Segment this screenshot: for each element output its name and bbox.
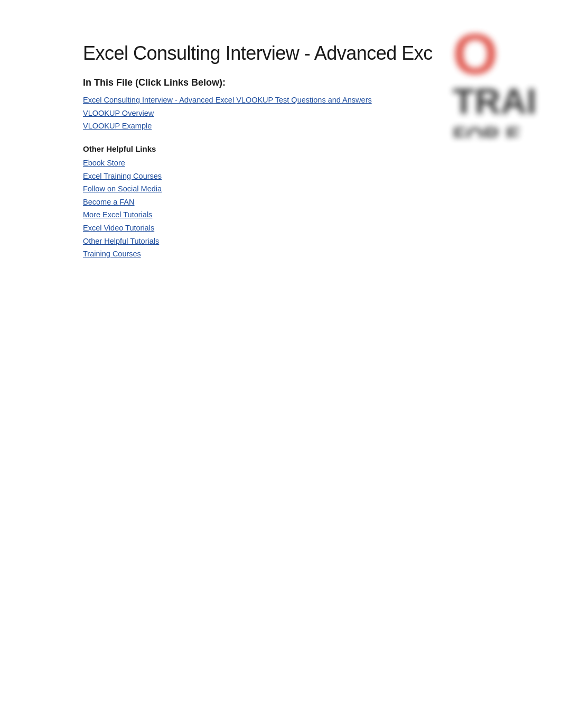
helpful-links-list: Ebook Store Excel Training Courses Follo…	[83, 156, 561, 261]
other-helpful-links-section: Other Helpful Links Ebook Store Excel Tr…	[83, 144, 561, 261]
svg-text:O: O	[453, 32, 498, 86]
link-other-helpful-tutorials[interactable]: Other Helpful Tutorials	[83, 235, 159, 248]
link-training-courses[interactable]: Training Courses	[83, 247, 141, 261]
link-excel-training-courses[interactable]: Excel Training Courses	[83, 170, 162, 183]
link-vlookup-test[interactable]: Excel Consulting Interview - Advanced Ex…	[83, 94, 372, 107]
link-vlookup-example[interactable]: VLOOKUP Example	[83, 119, 152, 133]
main-content: O TRAI FOR E Excel Consulting Interview …	[0, 0, 561, 261]
svg-text:TRAI: TRAI	[453, 81, 537, 121]
svg-text:FOR E: FOR E	[453, 123, 520, 137]
link-more-excel-tutorials[interactable]: More Excel Tutorials	[83, 208, 152, 222]
link-follow-social-media[interactable]: Follow on Social Media	[83, 182, 162, 196]
link-ebook-store[interactable]: Ebook Store	[83, 156, 125, 170]
logo-container: O TRAI FOR E	[450, 32, 561, 137]
link-vlookup-overview[interactable]: VLOOKUP Overview	[83, 107, 154, 120]
other-helpful-links-heading: Other Helpful Links	[83, 144, 561, 153]
link-excel-video-tutorials[interactable]: Excel Video Tutorials	[83, 222, 154, 235]
link-become-fan[interactable]: Become a FAN	[83, 196, 135, 209]
